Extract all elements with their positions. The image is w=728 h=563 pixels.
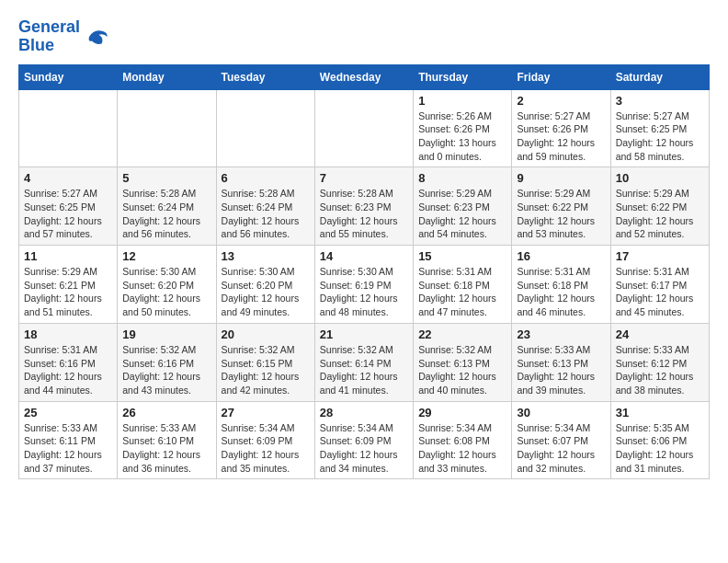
day-number: 14 [320, 249, 408, 263]
day-info: Sunrise: 5:35 AM Sunset: 6:06 PM Dayligh… [616, 421, 704, 476]
day-number: 25 [24, 406, 112, 419]
calendar-cell: 23Sunrise: 5:33 AM Sunset: 6:13 PM Dayli… [512, 323, 610, 401]
calendar-cell: 15Sunrise: 5:31 AM Sunset: 6:18 PM Dayli… [414, 246, 512, 324]
day-info: Sunrise: 5:31 AM Sunset: 6:18 PM Dayligh… [418, 265, 506, 319]
day-info: Sunrise: 5:27 AM Sunset: 6:26 PM Dayligh… [517, 109, 605, 164]
day-number: 12 [122, 249, 210, 263]
calendar-cell: 17Sunrise: 5:31 AM Sunset: 6:17 PM Dayli… [610, 246, 709, 324]
calendar-cell: 28Sunrise: 5:34 AM Sunset: 6:09 PM Dayli… [314, 401, 413, 479]
calendar-cell: 26Sunrise: 5:33 AM Sunset: 6:10 PM Dayli… [118, 401, 216, 479]
day-number: 8 [418, 171, 506, 185]
weekday-header-saturday: Saturday [610, 64, 709, 89]
calendar-cell: 2Sunrise: 5:27 AM Sunset: 6:26 PM Daylig… [512, 89, 610, 167]
calendar-cell: 31Sunrise: 5:35 AM Sunset: 6:06 PM Dayli… [610, 401, 709, 479]
day-info: Sunrise: 5:33 AM Sunset: 6:13 PM Dayligh… [517, 343, 605, 397]
day-number: 23 [517, 327, 605, 341]
calendar-cell: 10Sunrise: 5:29 AM Sunset: 6:22 PM Dayli… [610, 167, 709, 246]
day-info: Sunrise: 5:30 AM Sunset: 6:20 PM Dayligh… [222, 265, 310, 319]
day-info: Sunrise: 5:28 AM Sunset: 6:24 PM Dayligh… [222, 187, 310, 241]
day-number: 5 [122, 171, 210, 185]
day-info: Sunrise: 5:31 AM Sunset: 6:18 PM Dayligh… [517, 265, 605, 319]
day-number: 29 [418, 406, 506, 419]
weekday-header-row: SundayMondayTuesdayWednesdayThursdayFrid… [19, 64, 710, 89]
weekday-header-tuesday: Tuesday [216, 64, 314, 89]
day-number: 22 [418, 327, 506, 341]
calendar-cell: 20Sunrise: 5:32 AM Sunset: 6:15 PM Dayli… [216, 323, 314, 401]
week-row-2: 4Sunrise: 5:27 AM Sunset: 6:25 PM Daylig… [19, 167, 710, 246]
calendar-cell: 1Sunrise: 5:26 AM Sunset: 6:26 PM Daylig… [414, 89, 512, 167]
week-row-5: 25Sunrise: 5:33 AM Sunset: 6:11 PM Dayli… [19, 401, 710, 479]
calendar-cell: 25Sunrise: 5:33 AM Sunset: 6:11 PM Dayli… [19, 401, 118, 479]
calendar-header: SundayMondayTuesdayWednesdayThursdayFrid… [19, 64, 710, 89]
day-info: Sunrise: 5:31 AM Sunset: 6:16 PM Dayligh… [24, 343, 112, 397]
weekday-header-monday: Monday [118, 64, 216, 89]
day-info: Sunrise: 5:26 AM Sunset: 6:26 PM Dayligh… [418, 109, 506, 164]
day-number: 2 [517, 94, 605, 108]
day-info: Sunrise: 5:34 AM Sunset: 6:07 PM Dayligh… [517, 421, 605, 476]
calendar-cell: 22Sunrise: 5:32 AM Sunset: 6:13 PM Dayli… [414, 323, 512, 401]
week-row-4: 18Sunrise: 5:31 AM Sunset: 6:16 PM Dayli… [19, 323, 710, 401]
calendar-cell: 11Sunrise: 5:29 AM Sunset: 6:21 PM Dayli… [19, 246, 118, 324]
day-number: 30 [517, 406, 605, 419]
day-info: Sunrise: 5:29 AM Sunset: 6:21 PM Dayligh… [24, 265, 112, 319]
day-number: 6 [222, 171, 310, 185]
day-number: 1 [418, 94, 506, 108]
calendar-cell: 9Sunrise: 5:29 AM Sunset: 6:22 PM Daylig… [512, 167, 610, 246]
calendar-table: SundayMondayTuesdayWednesdayThursdayFrid… [18, 64, 710, 480]
day-number: 9 [517, 171, 605, 185]
calendar-cell: 29Sunrise: 5:34 AM Sunset: 6:08 PM Dayli… [414, 401, 512, 479]
day-number: 15 [418, 249, 506, 263]
day-info: Sunrise: 5:32 AM Sunset: 6:14 PM Dayligh… [320, 343, 408, 397]
day-info: Sunrise: 5:29 AM Sunset: 6:23 PM Dayligh… [418, 187, 506, 241]
day-number: 20 [222, 327, 310, 341]
day-number: 31 [616, 406, 704, 419]
calendar-cell: 24Sunrise: 5:33 AM Sunset: 6:12 PM Dayli… [610, 323, 709, 401]
calendar-cell: 4Sunrise: 5:27 AM Sunset: 6:25 PM Daylig… [19, 167, 118, 246]
calendar-cell: 13Sunrise: 5:30 AM Sunset: 6:20 PM Dayli… [216, 246, 314, 324]
day-number: 26 [122, 406, 210, 419]
day-number: 13 [222, 249, 310, 263]
calendar-cell: 14Sunrise: 5:30 AM Sunset: 6:19 PM Dayli… [314, 246, 413, 324]
day-number: 7 [320, 171, 408, 185]
day-number: 19 [122, 327, 210, 341]
day-info: Sunrise: 5:33 AM Sunset: 6:11 PM Dayligh… [24, 421, 112, 476]
calendar-cell: 19Sunrise: 5:32 AM Sunset: 6:16 PM Dayli… [118, 323, 216, 401]
calendar-cell: 21Sunrise: 5:32 AM Sunset: 6:14 PM Dayli… [314, 323, 413, 401]
day-info: Sunrise: 5:28 AM Sunset: 6:23 PM Dayligh… [320, 187, 408, 241]
day-info: Sunrise: 5:30 AM Sunset: 6:20 PM Dayligh… [122, 265, 210, 319]
day-info: Sunrise: 5:28 AM Sunset: 6:24 PM Dayligh… [122, 187, 210, 241]
day-info: Sunrise: 5:32 AM Sunset: 6:15 PM Dayligh… [222, 343, 310, 397]
calendar-cell: 8Sunrise: 5:29 AM Sunset: 6:23 PM Daylig… [414, 167, 512, 246]
weekday-header-sunday: Sunday [19, 64, 118, 89]
day-info: Sunrise: 5:29 AM Sunset: 6:22 PM Dayligh… [616, 187, 704, 241]
day-info: Sunrise: 5:27 AM Sunset: 6:25 PM Dayligh… [24, 187, 112, 241]
calendar-cell [19, 89, 118, 167]
calendar-cell: 7Sunrise: 5:28 AM Sunset: 6:23 PM Daylig… [314, 167, 413, 246]
calendar-cell: 12Sunrise: 5:30 AM Sunset: 6:20 PM Dayli… [118, 246, 216, 324]
calendar-cell: 3Sunrise: 5:27 AM Sunset: 6:25 PM Daylig… [610, 89, 709, 167]
day-number: 16 [517, 249, 605, 263]
calendar-cell: 18Sunrise: 5:31 AM Sunset: 6:16 PM Dayli… [19, 323, 118, 401]
day-number: 21 [320, 327, 408, 341]
day-number: 27 [222, 406, 310, 419]
calendar-body: 1Sunrise: 5:26 AM Sunset: 6:26 PM Daylig… [19, 89, 710, 479]
weekday-header-friday: Friday [512, 64, 610, 89]
day-info: Sunrise: 5:34 AM Sunset: 6:09 PM Dayligh… [320, 421, 408, 476]
day-info: Sunrise: 5:33 AM Sunset: 6:10 PM Dayligh… [122, 421, 210, 476]
weekday-header-wednesday: Wednesday [314, 64, 413, 89]
calendar-cell: 5Sunrise: 5:28 AM Sunset: 6:24 PM Daylig… [118, 167, 216, 246]
calendar-cell: 30Sunrise: 5:34 AM Sunset: 6:07 PM Dayli… [512, 401, 610, 479]
page-header: General Blue [18, 18, 710, 55]
day-info: Sunrise: 5:33 AM Sunset: 6:12 PM Dayligh… [616, 343, 704, 397]
weekday-header-thursday: Thursday [414, 64, 512, 89]
week-row-1: 1Sunrise: 5:26 AM Sunset: 6:26 PM Daylig… [19, 89, 710, 167]
calendar-cell: 6Sunrise: 5:28 AM Sunset: 6:24 PM Daylig… [216, 167, 314, 246]
day-number: 28 [320, 406, 408, 419]
day-number: 10 [616, 171, 704, 185]
logo-bird-icon [84, 23, 111, 51]
day-info: Sunrise: 5:32 AM Sunset: 6:13 PM Dayligh… [418, 343, 506, 397]
day-info: Sunrise: 5:27 AM Sunset: 6:25 PM Dayligh… [616, 109, 704, 164]
day-number: 3 [616, 94, 704, 108]
day-info: Sunrise: 5:32 AM Sunset: 6:16 PM Dayligh… [122, 343, 210, 397]
week-row-3: 11Sunrise: 5:29 AM Sunset: 6:21 PM Dayli… [19, 246, 710, 324]
